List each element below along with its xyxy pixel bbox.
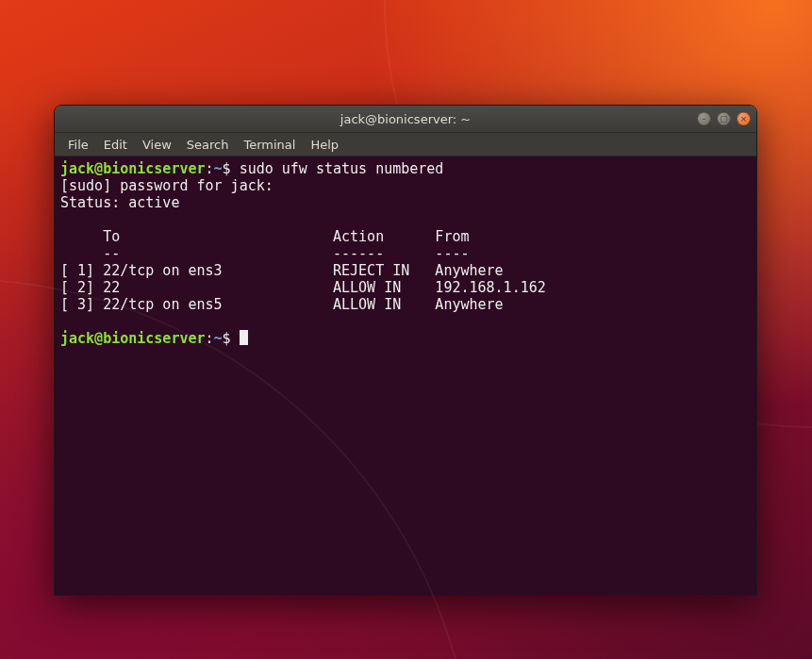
close-icon: × <box>740 115 748 124</box>
menu-terminal[interactable]: Terminal <box>236 136 303 154</box>
prompt2-colon: : <box>206 330 214 347</box>
output-row-2: [ 2] 22 ALLOW IN 192.168.1.162 <box>60 279 546 296</box>
maximize-icon: ▢ <box>720 115 728 124</box>
cursor <box>240 330 248 345</box>
prompt-path: ~ <box>214 160 223 177</box>
menu-search[interactable]: Search <box>179 136 237 154</box>
close-button[interactable]: × <box>737 112 751 126</box>
titlebar[interactable]: jack@bionicserver: ~ – ▢ × <box>55 106 756 133</box>
prompt2-path: ~ <box>214 330 223 347</box>
prompt-colon: : <box>206 160 214 177</box>
menu-edit[interactable]: Edit <box>96 136 135 154</box>
prompt-userhost: jack@bionicserver <box>60 160 206 177</box>
window-title: jack@bionicserver: ~ <box>55 112 756 126</box>
menubar: File Edit View Search Terminal Help <box>55 133 756 157</box>
terminal-window: jack@bionicserver: ~ – ▢ × File Edit Vie… <box>54 105 757 596</box>
output-row-3: [ 3] 22/tcp on ens5 ALLOW IN Anywhere <box>60 296 504 313</box>
menu-help[interactable]: Help <box>303 136 346 154</box>
desktop-wallpaper: jack@bionicserver: ~ – ▢ × File Edit Vie… <box>0 0 812 659</box>
minimize-icon: – <box>702 115 706 124</box>
output-status: Status: active <box>60 194 179 211</box>
maximize-button[interactable]: ▢ <box>717 112 731 126</box>
menu-view[interactable]: View <box>135 136 179 154</box>
minimize-button[interactable]: – <box>697 112 711 126</box>
output-sep: -- ------ ---- <box>60 245 469 262</box>
prompt2-sigil: $ <box>223 330 240 347</box>
command-1: sudo ufw status numbered <box>240 160 444 177</box>
prompt2-userhost: jack@bionicserver <box>60 330 206 347</box>
window-controls: – ▢ × <box>697 112 751 126</box>
output-row-1: [ 1] 22/tcp on ens3 REJECT IN Anywhere <box>60 262 504 279</box>
terminal-body[interactable]: jack@bionicserver:~$ sudo ufw status num… <box>55 157 756 596</box>
menu-file[interactable]: File <box>60 136 96 154</box>
output-header: To Action From <box>60 228 469 245</box>
prompt-sigil: $ <box>223 160 240 177</box>
output-sudo: [sudo] password for jack: <box>60 177 282 194</box>
